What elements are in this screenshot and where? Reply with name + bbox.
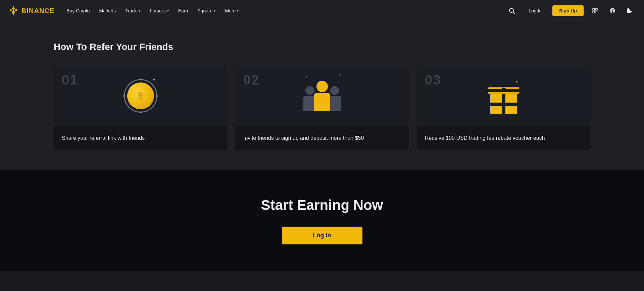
- step-1-illustration: 01 ₿: [54, 66, 227, 126]
- step-1-number: 01: [62, 72, 78, 88]
- svg-rect-11: [597, 11, 597, 12]
- cta-title: Start Earning Now: [261, 197, 383, 213]
- navbar: BINANCE Buy Crypto Markets Trade ▾ Futur…: [0, 0, 644, 21]
- language-button[interactable]: [606, 5, 618, 17]
- step-2-illustration: 02: [235, 66, 409, 126]
- signup-button[interactable]: Sign Up: [552, 5, 584, 16]
- coin-icon: ₿: [124, 79, 157, 113]
- search-button[interactable]: [506, 5, 518, 17]
- moon-icon: [627, 8, 633, 14]
- svg-marker-0: [12, 6, 15, 10]
- trade-chevron-icon: ▾: [139, 9, 140, 13]
- step-1-desc: Share your referral link with friends: [54, 126, 227, 150]
- svg-rect-13: [597, 12, 597, 13]
- svg-rect-12: [596, 12, 596, 13]
- referral-section: How To Refer Your Friends 01 ₿: [0, 21, 644, 170]
- cta-login-button[interactable]: Log In: [282, 227, 362, 244]
- nav-markets[interactable]: Markets: [95, 5, 120, 16]
- svg-rect-10: [596, 11, 596, 12]
- cta-section: Start Earning Now Log In: [0, 170, 644, 271]
- svg-rect-7: [593, 8, 595, 10]
- globe-icon: [609, 8, 615, 14]
- futures-chevron-icon: ▾: [167, 9, 169, 13]
- step-2-desc: Invite friends to sign up and deposit mo…: [235, 126, 409, 150]
- nav-buy-crypto[interactable]: Buy Crypto: [62, 5, 94, 16]
- steps-grid: 01 ₿: [54, 66, 590, 150]
- svg-text:₿: ₿: [139, 91, 143, 100]
- svg-rect-9: [593, 11, 595, 13]
- brand-name: BINANCE: [21, 7, 54, 15]
- step-2-card: 02: [235, 66, 409, 150]
- nav-square[interactable]: Square ▾: [193, 5, 219, 16]
- nav-trade[interactable]: Trade ▾: [121, 5, 144, 16]
- svg-marker-2: [15, 9, 17, 11]
- nav-futures[interactable]: Futures ▾: [146, 5, 172, 16]
- group-icon: [303, 81, 341, 111]
- section-title: How To Refer Your Friends: [54, 42, 590, 52]
- nav-links: Buy Crypto Markets Trade ▾ Futures ▾ Ear…: [62, 5, 503, 16]
- gift-icon: ✦ ✦: [489, 77, 519, 114]
- binance-logo-icon: [8, 5, 19, 16]
- coin-symbol-icon: ₿: [134, 89, 147, 103]
- logo[interactable]: BINANCE: [8, 5, 54, 16]
- nav-right: Log In Sign Up: [506, 5, 636, 17]
- login-button[interactable]: Log In: [523, 5, 547, 16]
- svg-rect-8: [595, 8, 597, 10]
- svg-marker-1: [9, 9, 12, 11]
- step-3-desc: Receive 100 USD trading fee rebate vouch…: [417, 126, 590, 150]
- step-3-number: 03: [425, 72, 441, 88]
- search-icon: [509, 8, 515, 14]
- step-3-card: 03: [417, 66, 590, 150]
- nav-more[interactable]: More ▾: [221, 5, 243, 16]
- svg-point-5: [509, 8, 513, 12]
- theme-toggle-button[interactable]: [624, 5, 636, 17]
- svg-line-6: [513, 12, 514, 13]
- more-chevron-icon: ▾: [237, 9, 239, 13]
- nav-earn[interactable]: Earn: [174, 5, 192, 16]
- step-2-number: 02: [243, 72, 260, 88]
- step-1-card: 01 ₿: [54, 66, 227, 150]
- step-3-illustration: 03: [417, 66, 590, 126]
- square-chevron-icon: ▾: [214, 9, 215, 13]
- qr-scan-icon: [592, 8, 598, 14]
- qr-scan-button[interactable]: [589, 5, 601, 17]
